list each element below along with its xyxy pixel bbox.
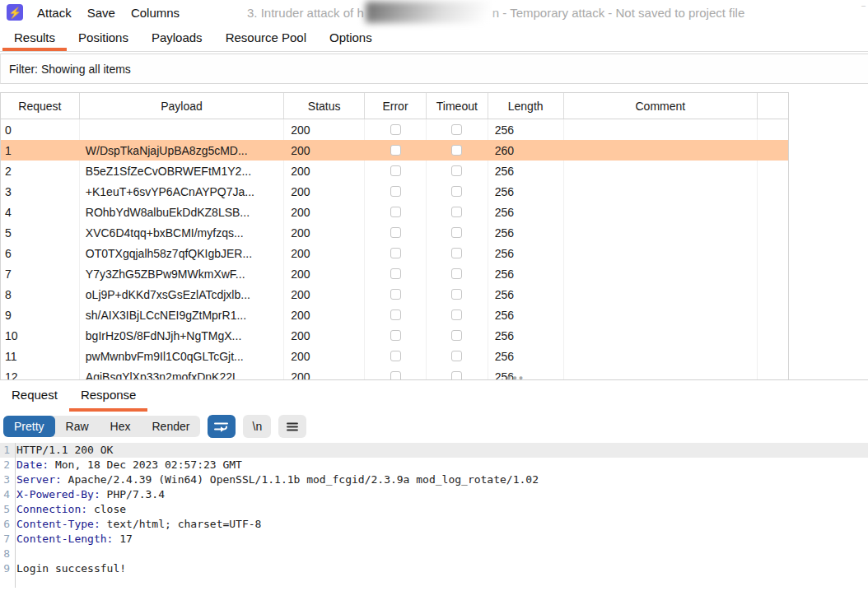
column-header-request[interactable]: Request (1, 93, 80, 119)
table-row[interactable]: 3+K1euT+6svYP6ACnAYPQ7Ja...200256 (1, 181, 788, 202)
tab-positions[interactable]: Positions (67, 25, 140, 51)
table-row[interactable]: 10bgIrHz0S/8FdNJjh+NgTMgX...200256 (1, 325, 788, 346)
render-view-button[interactable]: Render (142, 416, 201, 437)
timeout-cell (427, 366, 488, 379)
column-header-payload[interactable]: Payload (80, 93, 284, 119)
timeout-checkbox[interactable] (451, 351, 462, 361)
table-row[interactable]: 9sh/AIX3IBjLCcNEI9gZtMprR1...200256 (1, 305, 788, 325)
line-text: Server: Apache/2.4.39 (Win64) OpenSSL/1.… (12, 472, 539, 487)
table-row[interactable]: 4ROhbYdW8albuEkDdKZ8LSB...200256 (1, 202, 788, 222)
error-checkbox[interactable] (390, 145, 401, 156)
error-checkbox[interactable] (390, 351, 401, 361)
http-header-name: Date: (16, 458, 49, 471)
table-header-row: RequestPayloadStatusErrorTimeoutLengthCo… (1, 93, 788, 119)
request-cell: 11 (1, 346, 80, 366)
line-number: 9 (0, 561, 12, 576)
timeout-checkbox[interactable] (451, 227, 462, 238)
column-header-timeout[interactable]: Timeout (427, 93, 488, 119)
table-row[interactable]: 8oLj9P+dKKd7xsGsEzlATcdjxlb...200256 (1, 284, 788, 305)
filter-label: Filter: Showing all items (9, 63, 131, 76)
table-row[interactable]: 7Y7y3ZhG5ZBPw9MWkmXwF...200256 (1, 263, 788, 284)
error-checkbox[interactable] (390, 248, 401, 258)
editor-menu-button[interactable] (278, 415, 306, 438)
status-cell: 200 (284, 140, 365, 161)
line-text: Login successful! (12, 561, 126, 576)
payload-cell: oLj9P+dKKd7xsGsEzlATcdjxlb... (80, 284, 284, 305)
error-checkbox[interactable] (390, 268, 401, 279)
table-row[interactable]: 12AgiBsqYlXp33n2mofxDnK22L...200256 (1, 366, 788, 379)
request-cell: 3 (1, 181, 80, 202)
http-header-name: Content-Type: (16, 518, 100, 530)
error-checkbox[interactable] (390, 124, 401, 135)
table-row[interactable]: 11pwMwnbvFm9Il1C0qGLTcGjt...200256 (1, 346, 788, 366)
comment-cell (564, 263, 758, 284)
tab-payloads[interactable]: Payloads (140, 25, 214, 51)
tab-options[interactable]: Options (318, 25, 384, 51)
newline-toggle-button[interactable]: \n (243, 415, 271, 438)
column-header-length[interactable]: Length (488, 93, 564, 119)
http-header-name: Connection: (16, 503, 87, 515)
code-line: 3Server: Apache/2.4.39 (Win64) OpenSSL/1… (0, 472, 868, 487)
word-wrap-button[interactable] (208, 415, 236, 438)
timeout-checkbox[interactable] (451, 207, 462, 217)
column-header-error[interactable]: Error (365, 93, 427, 119)
table-row[interactable]: 1W/DspTkaNjajUpBA8zg5cMD...200260 (1, 140, 788, 161)
table-row[interactable]: 0200256 (1, 119, 788, 140)
timeout-checkbox[interactable] (451, 309, 462, 320)
timeout-checkbox[interactable] (451, 268, 462, 279)
timeout-checkbox[interactable] (451, 165, 462, 176)
timeout-checkbox[interactable] (451, 145, 462, 156)
request-cell: 4 (1, 202, 80, 222)
comment-cell (564, 243, 758, 263)
response-editor[interactable]: 1HTTP/1.1 200 OK2Date: Mon, 18 Dec 2023 … (0, 443, 868, 588)
menu-save[interactable]: Save (87, 6, 115, 20)
menu-columns[interactable]: Columns (131, 6, 180, 20)
table-row[interactable]: 2B5eZ1SfZeCvOBRWEFtM1Y2...200256 (1, 161, 788, 181)
timeout-checkbox[interactable] (451, 248, 462, 258)
line-number: 1 (0, 443, 12, 458)
code-line: 1HTTP/1.1 200 OK (0, 443, 868, 458)
menu-attack[interactable]: Attack (37, 6, 72, 20)
table-row[interactable]: 6OT0TXgqjalh58z7qfQKIgbJER...200256 (1, 243, 788, 263)
tab-response[interactable]: Response (69, 380, 148, 412)
column-header-comment[interactable]: Comment (564, 93, 758, 119)
error-checkbox[interactable] (390, 227, 401, 238)
request-cell: 1 (1, 140, 80, 161)
error-checkbox[interactable] (390, 309, 401, 320)
payload-cell: pwMwnbvFm9Il1C0qGLTcGjt... (80, 346, 284, 366)
timeout-checkbox[interactable] (451, 186, 462, 197)
error-checkbox[interactable] (390, 165, 401, 176)
tab-results[interactable]: Results (2, 25, 67, 51)
spacer-cell (758, 222, 788, 243)
tab-request[interactable]: Request (0, 380, 69, 412)
splitter-handle[interactable]: ●●● (506, 374, 525, 382)
error-cell (365, 325, 427, 346)
column-header-spacer (758, 93, 788, 119)
code-line: 2Date: Mon, 18 Dec 2023 02:57:23 GMT (0, 458, 868, 472)
request-cell: 2 (1, 161, 80, 181)
filter-bar[interactable]: Filter: Showing all items (0, 54, 868, 84)
tab-resource-pool[interactable]: Resource Pool (214, 25, 318, 51)
column-header-status[interactable]: Status (284, 93, 365, 119)
request-cell: 8 (1, 284, 80, 305)
error-checkbox[interactable] (390, 371, 401, 379)
error-checkbox[interactable] (390, 186, 401, 197)
timeout-cell (427, 161, 488, 181)
payload-cell: Y7y3ZhG5ZBPw9MWkmXwF... (80, 263, 284, 284)
pretty-view-button[interactable]: Pretty (3, 416, 55, 437)
hex-view-button[interactable]: Hex (100, 416, 142, 437)
timeout-cell (427, 263, 488, 284)
timeout-checkbox[interactable] (451, 330, 462, 341)
timeout-checkbox[interactable] (451, 371, 462, 379)
timeout-checkbox[interactable] (451, 124, 462, 135)
table-row[interactable]: 5XVC6D4tqq+bxBCMI/myfzqs...200256 (1, 222, 788, 243)
error-checkbox[interactable] (390, 207, 401, 217)
raw-view-button[interactable]: Raw (55, 416, 100, 437)
payload-cell: bgIrHz0S/8FdNJjh+NgTMgX... (80, 325, 284, 346)
error-checkbox[interactable] (390, 289, 401, 300)
spacer-cell (758, 161, 788, 181)
error-checkbox[interactable] (390, 330, 401, 341)
error-cell (365, 222, 427, 243)
timeout-checkbox[interactable] (451, 289, 462, 300)
error-cell (365, 305, 427, 325)
